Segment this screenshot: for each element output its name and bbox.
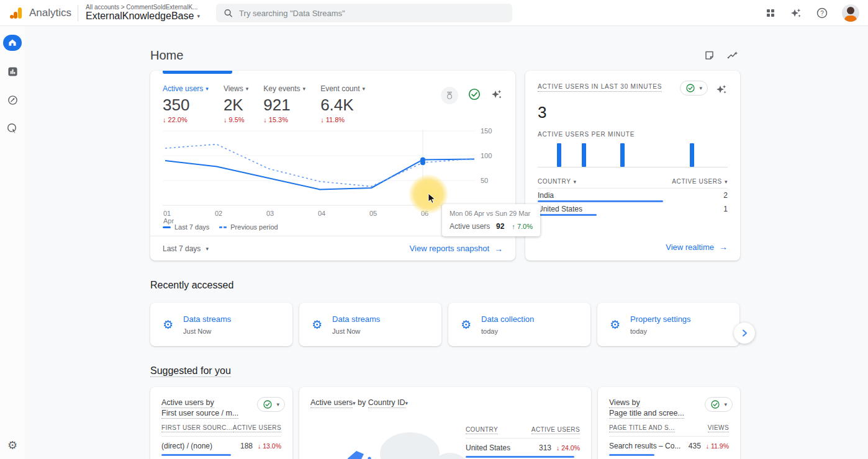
- view-realtime-link[interactable]: View realtime →: [666, 242, 728, 252]
- overview-card: Active users ▾ 350 ↓ 22.0% Views ▾: [150, 71, 515, 261]
- chart-tooltip: Mon 06 Apr vs Sun 29 Mar Active users 92…: [442, 204, 540, 236]
- table-row: Search results – Co... 435 ↓ 11.9%: [609, 442, 729, 456]
- check-dropdown-pill[interactable]: ▾: [680, 81, 708, 96]
- left-nav: ⚙: [0, 26, 25, 459]
- row-value: 188: [240, 442, 253, 450]
- metric-value: 921: [263, 96, 305, 114]
- tooltip-value: 92: [496, 222, 504, 231]
- apps-grid-icon[interactable]: [765, 7, 776, 19]
- metric-views[interactable]: Views ▾ 2K ↓ 9.5%: [224, 84, 248, 123]
- svg-text:03: 03: [266, 210, 274, 217]
- tooltip-delta: ↑ 7.0%: [512, 223, 533, 230]
- settings-gear-icon: ⚙: [461, 319, 471, 331]
- recent-card-property-settings[interactable]: ⚙ Property settings today: [597, 303, 739, 346]
- legend-label: Previous period: [230, 223, 278, 231]
- check-circle-icon[interactable]: [468, 87, 481, 104]
- column-header[interactable]: FIRST USER SOURC...: [161, 424, 232, 432]
- admin-gear-icon: ⚙: [7, 439, 17, 452]
- metric-delta: ↓ 15.3%: [263, 116, 305, 123]
- gemini-sparkle-icon[interactable]: [790, 7, 802, 19]
- recent-card-subtitle: today: [630, 328, 691, 335]
- suggested-card-page-title[interactable]: Views by Page title and scree... ▾ PAGE …: [598, 387, 740, 459]
- metric-selector[interactable]: Active users: [310, 398, 353, 408]
- country-name: United States: [538, 205, 582, 213]
- user-avatar[interactable]: [842, 4, 859, 22]
- column-header[interactable]: VIEWS: [708, 424, 729, 432]
- svg-text:?: ?: [820, 9, 824, 16]
- check-dropdown-pill[interactable]: ▾: [705, 397, 733, 412]
- down-arrow-icon: ↓: [258, 442, 261, 450]
- recent-card-data-streams-2[interactable]: ⚙ Data streams Just Now: [299, 303, 441, 346]
- search-input[interactable]: [239, 9, 505, 18]
- analytics-logo[interactable]: Analytics: [0, 6, 71, 20]
- carousel-next-button[interactable]: [734, 323, 755, 344]
- insights-sparkle-icon[interactable]: [715, 83, 728, 98]
- country-name: India: [538, 191, 554, 200]
- metric-delta: ↓ 9.5%: [224, 116, 248, 123]
- column-header[interactable]: ACTIVE USERS: [233, 424, 281, 432]
- dimension-selector[interactable]: Country ID: [368, 398, 405, 408]
- recent-card-data-collection[interactable]: ⚙ Data collection today: [448, 303, 590, 346]
- chevron-down-icon: ▾: [725, 179, 728, 185]
- down-arrow-icon: ↓: [224, 116, 227, 123]
- settings-gear-icon: ⚙: [610, 319, 620, 331]
- insights-icon[interactable]: [726, 49, 739, 61]
- chevron-down-icon: ▾: [724, 401, 727, 408]
- row-name: (direct) / (none): [161, 442, 212, 450]
- notes-icon[interactable]: [703, 49, 715, 61]
- chevron-down-icon: ▾: [206, 86, 209, 92]
- check-circle-icon: [263, 399, 273, 409]
- benchmark-medal-icon[interactable]: [441, 87, 458, 104]
- metric-label: Key events: [263, 84, 300, 93]
- suggested-card-country-map[interactable]: Active users▾ by Country ID▾: [299, 387, 591, 459]
- metric-key-events[interactable]: Key events ▾ 921 ↓ 15.3%: [263, 84, 305, 123]
- down-arrow-icon: ↓: [263, 116, 267, 123]
- main-area: Home: [25, 26, 868, 459]
- row-delta: ↓ 13.0%: [258, 442, 281, 450]
- sidebar-item-admin[interactable]: ⚙: [7, 440, 17, 452]
- settings-gear-icon: ⚙: [163, 319, 173, 331]
- account-name: ExternalKnowledgeBase: [86, 11, 194, 22]
- legend-label: Last 7 days: [174, 223, 209, 231]
- explore-compass-icon: [7, 95, 18, 105]
- view-reports-snapshot-link[interactable]: View reports snapshot →: [410, 244, 503, 254]
- insights-sparkle-icon[interactable]: [491, 88, 503, 103]
- account-switcher[interactable]: All accounts > CommentSoldExternalK... E…: [86, 4, 200, 22]
- check-circle-icon: [710, 399, 720, 409]
- check-dropdown-pill[interactable]: ▾: [257, 397, 285, 412]
- recently-accessed-title: Recently accessed: [150, 280, 741, 291]
- date-range-selector[interactable]: Last 7 days ▾: [163, 244, 209, 253]
- search-bar[interactable]: [216, 4, 512, 22]
- column-header[interactable]: COUNTRY: [466, 426, 498, 434]
- help-icon[interactable]: ?: [816, 7, 828, 19]
- recent-card-title: Data streams: [332, 314, 380, 324]
- metric-event-count[interactable]: Event count ▾ 6.4K ↓ 11.8%: [320, 84, 365, 123]
- value-bar: [609, 454, 654, 456]
- svg-text:02: 02: [215, 210, 222, 217]
- column-country[interactable]: COUNTRY ▾: [538, 178, 577, 185]
- metric-label: Event count: [320, 84, 359, 93]
- up-arrow-icon: ↑: [512, 223, 515, 230]
- row-value: 313: [539, 443, 551, 452]
- recent-card-data-streams-1[interactable]: ⚙ Data streams Just Now: [150, 303, 292, 346]
- metric-label: Views: [224, 84, 243, 93]
- table-row: (direct) / (none) 188 ↓ 13.0%: [161, 442, 281, 456]
- chevron-right-icon: [739, 328, 750, 339]
- suggested-for-you-title: Suggested for you: [150, 365, 741, 377]
- column-header[interactable]: ACTIVE USERS: [531, 426, 580, 434]
- sidebar-item-explore[interactable]: [3, 92, 22, 108]
- chevron-down-icon: ▾: [405, 400, 409, 406]
- sidebar-item-home[interactable]: [3, 35, 22, 51]
- card-title-metric: Active users by: [161, 398, 214, 408]
- column-header[interactable]: PAGE TITLE AND S...: [609, 424, 675, 432]
- suggested-card-first-user-source[interactable]: Active users by First user source / m...…: [150, 387, 292, 459]
- column-active-users[interactable]: ACTIVE USERS ▾: [672, 178, 728, 185]
- metric-active-users[interactable]: Active users ▾ 350 ↓ 22.0%: [163, 84, 209, 123]
- page-title: Home: [150, 48, 183, 63]
- card-title-metric: Views by: [609, 398, 640, 408]
- right-arrow-icon: →: [719, 242, 728, 252]
- chevron-down-icon: ▾: [206, 246, 209, 252]
- sidebar-item-advertising[interactable]: [3, 120, 22, 136]
- sidebar-item-reports[interactable]: [3, 63, 22, 79]
- row-name: Search results – Co...: [609, 442, 680, 450]
